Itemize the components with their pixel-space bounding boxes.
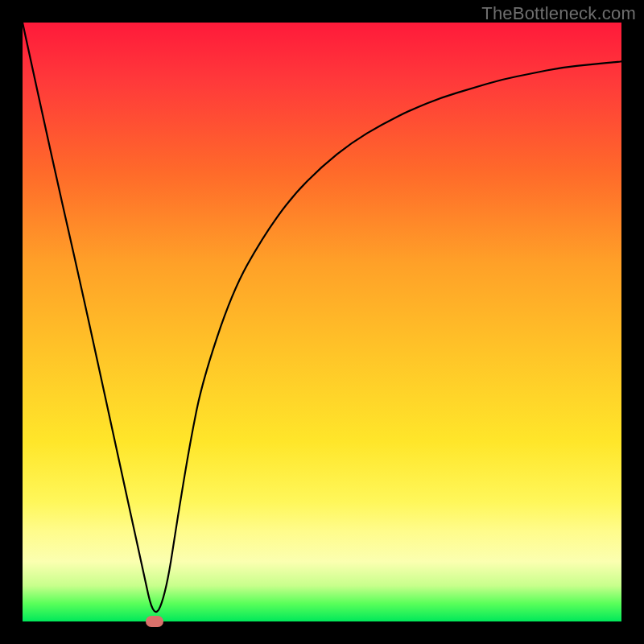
chart-frame bbox=[23, 23, 621, 621]
bottleneck-curve bbox=[23, 23, 621, 621]
watermark-text: TheBottleneck.com bbox=[481, 3, 636, 24]
